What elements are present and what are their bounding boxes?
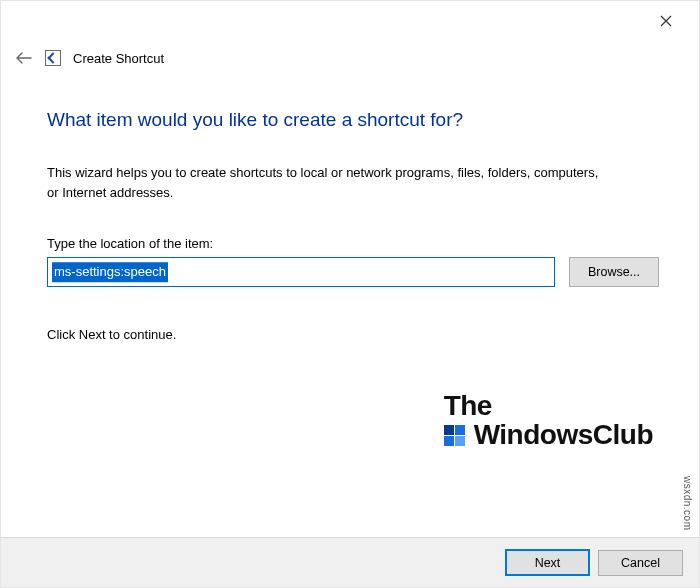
- close-button[interactable]: [645, 7, 687, 35]
- header: Create Shortcut: [15, 49, 164, 67]
- browse-button[interactable]: Browse...: [569, 257, 659, 287]
- location-input[interactable]: ms-settings:speech: [47, 257, 555, 287]
- continue-hint: Click Next to continue.: [47, 327, 659, 342]
- window-title: Create Shortcut: [73, 51, 164, 66]
- wizard-window: Create Shortcut What item would you like…: [0, 0, 700, 588]
- windows-logo-icon: [444, 424, 466, 446]
- watermark: The WindowsClub: [444, 391, 653, 450]
- back-arrow-icon[interactable]: [15, 49, 33, 67]
- source-tag: wsxdn.com: [682, 476, 693, 531]
- watermark-line2: WindowsClub: [444, 420, 653, 449]
- page-heading: What item would you like to create a sho…: [47, 109, 659, 131]
- shortcut-icon: [45, 50, 61, 66]
- location-label: Type the location of the item:: [47, 236, 659, 251]
- cancel-button[interactable]: Cancel: [598, 550, 683, 576]
- location-input-value: ms-settings:speech: [52, 262, 168, 282]
- next-button[interactable]: Next: [505, 549, 590, 576]
- watermark-line1: The: [444, 391, 653, 420]
- footer-buttons: Next Cancel: [1, 537, 699, 587]
- content-area: What item would you like to create a sho…: [47, 109, 659, 342]
- watermark-line2-text: WindowsClub: [474, 420, 653, 449]
- location-row: ms-settings:speech Browse...: [47, 257, 659, 287]
- page-description: This wizard helps you to create shortcut…: [47, 163, 607, 202]
